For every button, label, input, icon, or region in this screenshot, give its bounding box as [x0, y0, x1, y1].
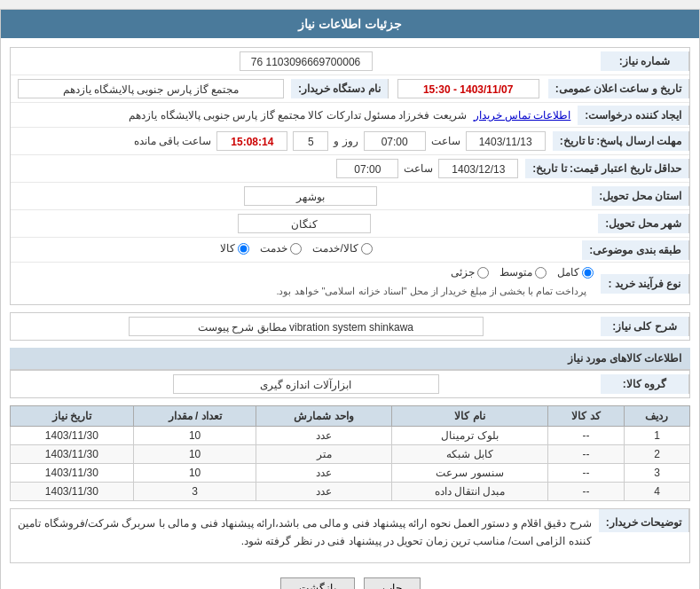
- shomareNiaz-value: 1103096669700006 76: [11, 48, 601, 75]
- tabaghe-label: طبقه بندی موضوعی:: [582, 240, 689, 260]
- radio-motovaset[interactable]: متوسط: [499, 266, 547, 279]
- col-date: تاریخ نیاز: [11, 406, 134, 427]
- kalaha-title: اطلاعات کالاهای مورد نیاز: [10, 348, 690, 370]
- sharhKolli-value: vibration system shinkawa مطابق شرح پیوس…: [11, 313, 601, 340]
- tarikh-value: 1403/11/07 - 15:30: [389, 75, 548, 102]
- page-title: جزئیات اطلاعات نیاز: [1, 10, 699, 38]
- radio-kala[interactable]: کالا: [220, 242, 249, 255]
- touzih-label: توضیحات خریدار:: [599, 509, 689, 532]
- col-row: ردیف: [624, 406, 689, 427]
- col-qty: تعداد / مقدار: [133, 406, 256, 427]
- gohreKala-label: گروه کالا:: [601, 374, 689, 394]
- table-row: 2 -- کابل شبکه متر 10 1403/11/30: [11, 445, 690, 464]
- namdastgah-value: مجتمع گاز پارس جنوبی پالایشگاه یازدهم: [11, 75, 291, 102]
- ijadKonande-label: ایجاد کننده درخواست:: [578, 106, 689, 125]
- table-row: 3 -- سنسور سرعت عدد 10 1403/11/30: [11, 464, 690, 483]
- radio-kamol[interactable]: کامل: [557, 266, 594, 279]
- radio-khedmat[interactable]: خدمت: [260, 242, 302, 255]
- shahr-label: شهر محل تحویل:: [598, 214, 689, 233]
- radio-jozii[interactable]: جزئی: [451, 266, 489, 279]
- noeFarayand-value: کامل متوسط جزئی پرداخت تمام با بخشی از م…: [11, 263, 601, 304]
- ostan-value: بوشهر: [28, 183, 592, 209]
- jadaval-values: 1403/12/13 ساعت 07:00: [11, 155, 525, 182]
- col-name: نام کالا: [391, 406, 547, 427]
- radio-kala-khedmat[interactable]: کالا/خدمت: [312, 242, 372, 255]
- mohlat-values: 1403/11/13 ساعت 07:00 روز و 5 15:08:14 س…: [11, 128, 553, 154]
- jadaval-label: حداقل تاریخ اعتبار قیمت: تا تاریخ:: [525, 159, 689, 178]
- namdastgah-label: نام دستگاه خریدار:: [291, 79, 389, 98]
- col-code: کد کالا: [547, 406, 624, 427]
- tarikh-label: تاریخ و ساعت اعلان عمومی:: [548, 79, 689, 98]
- farayand-note: پرداخت تمام با بخشی از مبلغ خریدار از مح…: [269, 282, 594, 301]
- mohlat-label: مهلت ارسال پاسخ: تا تاریخ:: [553, 131, 689, 151]
- touzih-value: شرح دقیق اقلام و دستور العمل نحوه ارائه …: [11, 509, 599, 556]
- sharhKolli-label: شرح کلی نیاز:: [601, 317, 689, 336]
- table-row: 4 -- مبدل انتقال داده عدد 3 1403/11/30: [11, 483, 690, 501]
- kalaha-table: ردیف کد کالا نام کالا واحد شمارش تعداد /…: [10, 405, 690, 501]
- noeFarayand-label: نوع فرآیند خرید :: [601, 274, 689, 294]
- bazgasht-button[interactable]: بازگشت: [280, 577, 355, 589]
- ostan-label: استان محل تحویل:: [592, 186, 689, 206]
- col-unit: واحد شمارش: [256, 406, 392, 427]
- ittilaat-tamas-link[interactable]: اطلاعات تماس خریدار: [474, 109, 571, 122]
- shomareNiaz-label: شماره نیاز:: [601, 51, 689, 71]
- table-row: 1 -- بلوک ترمینال عدد 10 1403/11/30: [11, 427, 690, 445]
- gohreKala-value: ابزارآلات اندازه گیری: [11, 371, 601, 397]
- chap-button[interactable]: چاپ: [364, 577, 421, 589]
- shahr-value: کنگان: [11, 210, 598, 237]
- tabaghe-options: کالا/خدمت خدمت کالا: [11, 239, 582, 261]
- ijadKonande-value: اطلاعات تماس خریدار شریعت فخرزاد مسئول ت…: [11, 106, 578, 125]
